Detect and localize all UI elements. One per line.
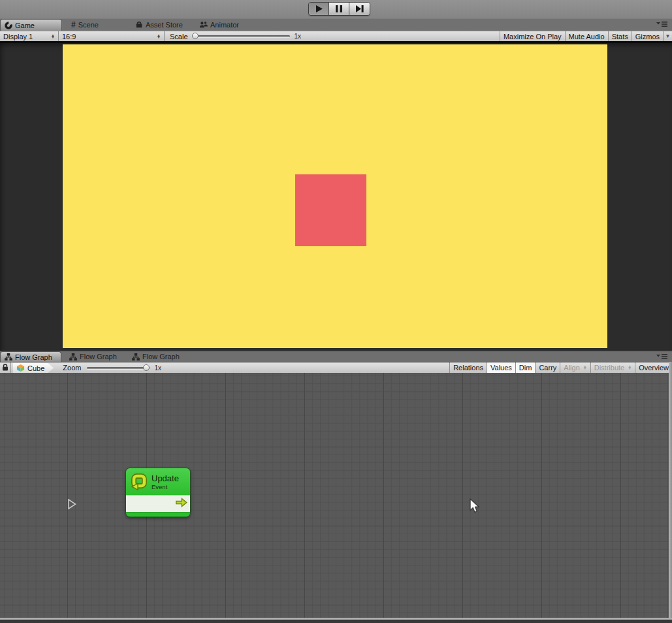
- mute-audio-button[interactable]: Mute Audio: [565, 31, 608, 41]
- dim-toggle[interactable]: Dim: [515, 362, 536, 373]
- breadcrumb-cube[interactable]: Cube: [13, 363, 54, 373]
- play-controls-bar: [0, 0, 672, 18]
- carry-button[interactable]: Carry: [535, 362, 560, 373]
- values-label: Values: [490, 364, 512, 372]
- dropdown-arrows-icon: ▲▼: [628, 366, 632, 370]
- pause-icon: [336, 5, 342, 12]
- scale-label: Scale: [170, 33, 188, 40]
- flow-graph-icon: [69, 353, 77, 360]
- tab-scene[interactable]: # Scene: [67, 19, 131, 31]
- dropdown-arrows-icon: ▲▼: [51, 35, 55, 39]
- flow-panel-right-scrollbar[interactable]: [669, 362, 672, 618]
- tab-animator-label: Animator: [210, 21, 239, 29]
- game-view-content: [0, 42, 672, 351]
- play-controls-group: [308, 2, 370, 16]
- tab-animator[interactable]: Animator: [195, 19, 259, 31]
- tab-flow-graph-label: Flow Graph: [15, 353, 52, 361]
- play-button[interactable]: [309, 3, 329, 15]
- scale-slider-knob[interactable]: [192, 33, 199, 39]
- step-button[interactable]: [349, 3, 370, 15]
- update-node-titles: Update Event: [152, 473, 179, 490]
- update-node-footer: [126, 512, 190, 517]
- tab-game[interactable]: Game: [0, 19, 62, 31]
- aspect-ratio-label: 16:9: [62, 33, 76, 40]
- distribute-label: Distribute: [594, 364, 624, 372]
- unity-editor-window: Game # Scene Asset Store Animator Displa…: [0, 0, 672, 623]
- lock-button[interactable]: [0, 362, 11, 373]
- update-loop-icon: [130, 473, 148, 490]
- cube-icon: [16, 364, 25, 372]
- align-label: Align: [564, 364, 579, 372]
- tab-flow-graph-label: Flow Graph: [80, 353, 117, 360]
- gizmos-label: Gizmos: [635, 33, 660, 40]
- scale-slider-track[interactable]: [193, 35, 290, 37]
- align-dropdown[interactable]: Align ▲▼: [560, 362, 590, 373]
- game-object-square: [295, 174, 366, 246]
- stats-button[interactable]: Stats: [608, 31, 632, 41]
- play-icon: [315, 5, 323, 12]
- scene-icon: #: [71, 20, 76, 29]
- game-icon: [5, 22, 12, 29]
- distribute-dropdown[interactable]: Distribute ▲▼: [590, 362, 635, 373]
- maximize-on-play-button[interactable]: Maximize On Play: [500, 31, 565, 41]
- lock-icon: [2, 364, 8, 372]
- tab-flow-graph-2[interactable]: Flow Graph: [65, 351, 128, 362]
- flow-pane-menu-icon[interactable]: [656, 353, 668, 360]
- tab-flow-graph-3[interactable]: Flow Graph: [128, 351, 191, 362]
- maximize-on-play-label: Maximize On Play: [504, 33, 562, 40]
- flow-graph-icon: [5, 353, 12, 360]
- dim-label: Dim: [519, 364, 532, 372]
- flow-graph-canvas[interactable]: Update Event: [0, 373, 669, 618]
- tab-flow-graph-label: Flow Graph: [142, 353, 180, 360]
- update-node-header: Update Event: [126, 468, 190, 495]
- overview-label: Overview: [639, 364, 669, 372]
- dropdown-arrows-icon: ▲▼: [583, 366, 587, 370]
- scale-value: 1x: [295, 33, 302, 40]
- game-pane-menu-icon[interactable]: [656, 21, 668, 27]
- aspect-ratio-dropdown[interactable]: 16:9 ▲▼: [59, 31, 165, 41]
- scale-slider-group: Scale 1x: [165, 31, 304, 41]
- window-bottom-edge: [0, 620, 672, 623]
- gizmos-button[interactable]: Gizmos: [632, 31, 663, 41]
- step-icon: [356, 5, 364, 12]
- game-toolbar: Display 1 ▲▼ 16:9 ▲▼ Scale 1x Maximize O…: [0, 31, 672, 42]
- display-dropdown-label: Display 1: [3, 33, 33, 40]
- relations-button[interactable]: Relations: [449, 362, 487, 373]
- output-port-arrow-icon[interactable]: [175, 498, 187, 510]
- tab-flow-graph-1[interactable]: Flow Graph: [0, 351, 61, 362]
- flow-graph-toolbar: Cube Zoom 1x Relations Values Dim Carry …: [0, 362, 672, 373]
- update-node-body: [126, 495, 190, 512]
- game-toolbar-right-group: Maximize On Play Mute Audio Stats Gizmos…: [500, 31, 672, 41]
- node-title: Update: [152, 473, 179, 483]
- zoom-slider-track[interactable]: [87, 367, 150, 369]
- mouse-cursor-icon: [469, 498, 481, 517]
- tab-game-label: Game: [15, 22, 35, 29]
- zoom-slider-knob[interactable]: [143, 364, 150, 371]
- relations-label: Relations: [453, 364, 483, 372]
- gizmos-dropdown-arrow[interactable]: ▼: [663, 31, 672, 41]
- breadcrumb-label: Cube: [27, 364, 44, 372]
- game-viewport[interactable]: [63, 44, 607, 348]
- mute-audio-label: Mute Audio: [569, 33, 605, 40]
- game-tab-bar: Game # Scene Asset Store Animator: [0, 18, 672, 31]
- zoom-slider-group: Zoom 1x: [54, 362, 165, 373]
- overview-button[interactable]: Overview: [635, 362, 672, 373]
- pause-button[interactable]: [329, 3, 349, 15]
- display-dropdown[interactable]: Display 1 ▲▼: [0, 31, 59, 41]
- tab-asset-store[interactable]: Asset Store: [131, 19, 195, 31]
- zoom-value: 1x: [154, 364, 161, 372]
- flow-graph-icon: [132, 353, 140, 360]
- flow-graph-tab-bar: Flow Graph Flow Graph Flow Graph: [0, 351, 672, 362]
- update-event-node[interactable]: Update Event: [125, 468, 191, 517]
- animator-icon: [199, 21, 208, 29]
- stats-label: Stats: [612, 33, 628, 40]
- zoom-label: Zoom: [63, 364, 81, 372]
- carry-label: Carry: [539, 364, 556, 372]
- flow-toolbar-right-group: Relations Values Dim Carry Align ▲▼ Dist…: [449, 362, 672, 373]
- port-socket-icon[interactable]: [68, 499, 76, 512]
- asset-store-icon: [135, 21, 143, 29]
- tab-scene-label: Scene: [78, 21, 99, 29]
- values-toggle[interactable]: Values: [487, 362, 515, 373]
- dropdown-arrows-icon: ▲▼: [157, 35, 161, 39]
- node-subtitle: Event: [152, 483, 179, 490]
